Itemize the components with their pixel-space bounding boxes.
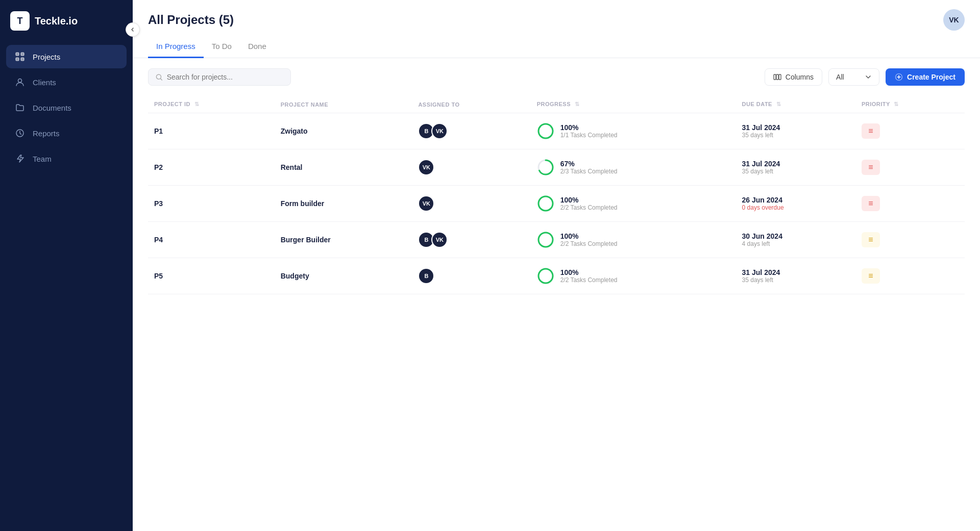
cell-assigned-to: BVK [412,222,530,258]
table-row[interactable]: P4Burger BuilderBVK100%2/2 Tasks Complet… [148,222,965,258]
cell-due-date: 31 Jul 202435 days left [736,113,855,149]
plus-icon [895,73,903,81]
tab-to-do[interactable]: To Do [204,36,240,58]
sidebar-item-label: Team [33,155,52,163]
sidebar-item-team[interactable]: Team [6,147,127,170]
priority-badge: ≡ [862,123,880,139]
sidebar: T Teckle.io Projects [0,0,133,531]
cell-project-name: Zwigato [275,113,412,149]
user-icon [14,77,26,88]
page-title: All Projects (5) [148,13,234,27]
table-row[interactable]: P5BudgetyB100%2/2 Tasks Completed31 Jul … [148,258,965,294]
tab-done[interactable]: Done [240,36,275,58]
grid-icon [14,51,26,62]
search-box[interactable] [148,68,291,86]
priority-badge: ≡ [862,160,880,175]
sidebar-item-label: Projects [33,53,60,61]
col-project-name[interactable]: PROJECT NAME [275,96,412,113]
lightning-icon [14,153,26,164]
tab-in-progress[interactable]: In Progress [148,36,204,58]
sidebar-item-reports[interactable]: Reports [6,121,127,145]
cell-due-date: 31 Jul 202435 days left [736,258,855,294]
columns-button[interactable]: Columns [765,68,822,86]
sort-icon: ⇅ [194,101,200,107]
svg-point-16 [538,196,553,211]
cell-project-id: P3 [148,186,275,222]
logo-text: Teckle.io [35,15,78,27]
toolbar: Columns All Create Project [133,58,980,96]
cell-progress: 100%1/1 Tasks Completed [531,113,736,149]
progress-circle [537,267,554,285]
svg-rect-7 [774,74,776,80]
col-assigned-to[interactable]: ASSIGNED TO [412,96,530,113]
avatar: VK [418,159,434,175]
cell-assigned-to: VK [412,149,530,186]
svg-rect-2 [16,58,19,61]
cell-priority: ≡ [855,149,965,186]
cell-project-name: Budgety [275,258,412,294]
cell-priority: ≡ [855,222,965,258]
sidebar-item-clients[interactable]: Clients [6,70,127,94]
table-row[interactable]: P3Form builderVK100%2/2 Tasks Completed2… [148,186,965,222]
clock-icon [14,128,26,139]
search-input[interactable] [167,73,283,81]
filter-value: All [836,73,844,81]
sidebar-item-documents[interactable]: Documents [6,96,127,119]
cell-assigned-to: VK [412,186,530,222]
cell-due-date: 31 Jul 202435 days left [736,149,855,186]
cell-due-date: 26 Jun 20240 days overdue [736,186,855,222]
progress-circle [537,231,554,248]
columns-label: Columns [786,73,814,81]
avatar: VK [431,232,448,248]
col-priority[interactable]: PRIORITY ⇅ [855,96,965,113]
cell-project-id: P2 [148,149,275,186]
svg-rect-0 [16,53,19,56]
main-content: All Projects (5) VK In Progress To Do Do… [133,0,980,531]
table-row[interactable]: P1ZwigatoBVK100%1/1 Tasks Completed31 Ju… [148,113,965,149]
sort-icon: ⇅ [894,101,899,107]
logo-area: T Teckle.io [0,0,133,45]
svg-rect-3 [21,58,24,61]
svg-point-20 [538,269,553,283]
svg-rect-1 [21,53,24,56]
avatar: B [418,268,434,284]
cell-project-name: Rental [275,149,412,186]
svg-rect-9 [779,74,781,80]
chevron-down-icon [865,73,872,81]
cell-priority: ≡ [855,186,965,222]
cell-project-name: Form builder [275,186,412,222]
cell-due-date: 30 Jun 20244 days left [736,222,855,258]
sort-icon: ⇅ [776,101,781,107]
avatar: VK [431,123,448,139]
collapse-button[interactable] [126,22,140,37]
cell-progress: 67%2/3 Tasks Completed [531,149,736,186]
columns-icon [773,73,781,81]
col-progress[interactable]: PROGRESS ⇅ [531,96,736,113]
priority-badge: ≡ [862,232,880,247]
folder-icon [14,102,26,113]
cell-project-id: P5 [148,258,275,294]
svg-point-4 [18,79,22,83]
progress-circle [537,159,554,176]
sidebar-nav: Projects Clients Documents [0,45,133,170]
projects-table: PROJECT ID ⇅ PROJECT NAME ASSIGNED TO PR… [148,96,965,294]
table-row[interactable]: P2RentalVK67%2/3 Tasks Completed31 Jul 2… [148,149,965,186]
tabs-bar: In Progress To Do Done [133,36,980,58]
avatar[interactable]: VK [943,9,965,31]
col-due-date[interactable]: DUE DATE ⇅ [736,96,855,113]
progress-circle [537,195,554,212]
logo-icon: T [10,11,30,31]
cell-progress: 100%2/2 Tasks Completed [531,222,736,258]
col-project-id[interactable]: PROJECT ID ⇅ [148,96,275,113]
create-project-button[interactable]: Create Project [886,68,965,86]
avatar: VK [418,195,434,212]
cell-project-id: P4 [148,222,275,258]
priority-badge: ≡ [862,196,880,211]
svg-point-12 [538,124,553,138]
cell-progress: 100%2/2 Tasks Completed [531,186,736,222]
svg-point-18 [538,233,553,247]
filter-dropdown[interactable]: All [828,68,879,86]
sidebar-item-projects[interactable]: Projects [6,45,127,68]
cell-assigned-to: BVK [412,113,530,149]
progress-circle [537,122,554,140]
